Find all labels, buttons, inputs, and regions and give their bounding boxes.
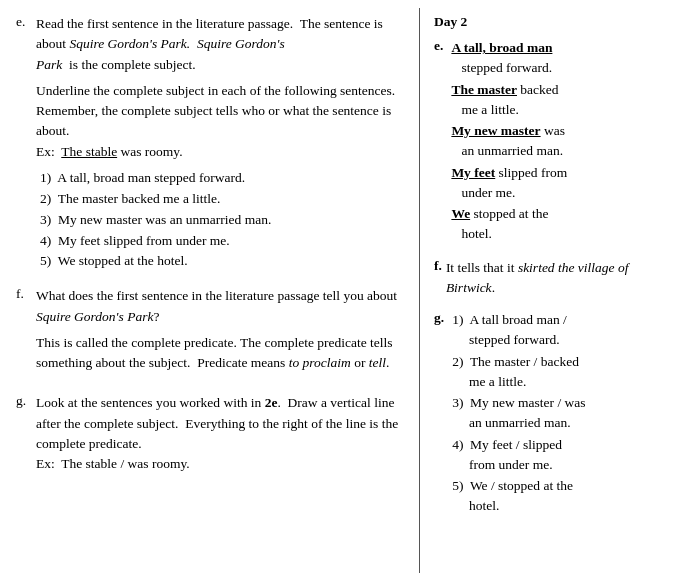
answer-underline: My new master bbox=[451, 123, 540, 138]
right-section-f: f. It tells that it skirted the village … bbox=[434, 258, 665, 299]
answer-underline: A tall, broad man bbox=[451, 40, 552, 55]
list-item: 1) A tall, broad man stepped forward. bbox=[40, 168, 407, 189]
left-column: e. Read the first sentence in the litera… bbox=[0, 8, 420, 573]
f-answer-italic: skirted the village of Birtwick bbox=[446, 260, 629, 295]
tell-italic: tell bbox=[369, 355, 386, 370]
section-e-letter: e. bbox=[16, 14, 32, 30]
list-item: 4) My feet / slipped from under me. bbox=[452, 435, 585, 476]
right-e-list: A tall, broad man stepped forward. The m… bbox=[451, 38, 567, 246]
section-e-header: e. Read the first sentence in the litera… bbox=[16, 14, 407, 272]
answer-underline: The master bbox=[451, 82, 517, 97]
day-label: Day 2 bbox=[434, 14, 665, 30]
section-g-header: g. Look at the sentences you worked with… bbox=[16, 393, 407, 480]
list-item: We stopped at the hotel. bbox=[451, 204, 567, 245]
right-g-label: g. bbox=[434, 310, 444, 326]
right-section-e: e. A tall, broad man stepped forward. Th… bbox=[434, 38, 665, 246]
list-item: 2) The master backed me a little. bbox=[40, 189, 407, 210]
section-g-body: Look at the sentences you worked with in… bbox=[36, 393, 407, 480]
right-f-answer: It tells that it skirted the village of … bbox=[446, 258, 665, 299]
section-g: g. Look at the sentences you worked with… bbox=[16, 393, 407, 480]
list-item: 4) My feet slipped from under me. bbox=[40, 231, 407, 252]
section-e-intro: Read the first sentence in the literatur… bbox=[36, 14, 407, 272]
list-item: My feet slipped from under me. bbox=[451, 163, 567, 204]
list-item: 1) A tall broad man / stepped forward. bbox=[452, 310, 585, 351]
section-g-letter: g. bbox=[16, 393, 32, 409]
list-item: 5) We / stopped at the hotel. bbox=[452, 476, 585, 517]
section-e: e. Read the first sentence in the litera… bbox=[16, 14, 407, 272]
squire-gordon-italic-f: Squire Gordon's Park bbox=[36, 309, 153, 324]
right-e-label: e. bbox=[434, 38, 443, 54]
bold-2e: 2e bbox=[265, 395, 278, 410]
answer-underline: My feet bbox=[451, 165, 495, 180]
example-underline-e: The stable bbox=[61, 144, 117, 159]
section-f: f. What does the first sentence in the l… bbox=[16, 286, 407, 379]
list-item: My new master was an unmarried man. bbox=[451, 121, 567, 162]
list-item: 5) We stopped at the hotel. bbox=[40, 251, 407, 272]
page: e. Read the first sentence in the litera… bbox=[0, 0, 675, 581]
section-f-body: What does the first sentence in the lite… bbox=[36, 286, 407, 379]
list-item: A tall, broad man stepped forward. bbox=[451, 38, 567, 79]
section-e-list: 1) A tall, broad man stepped forward. 2)… bbox=[40, 168, 407, 273]
list-item: 3) My new master was an unmarried man. bbox=[40, 210, 407, 231]
right-column: Day 2 e. A tall, broad man stepped forwa… bbox=[420, 8, 675, 573]
right-g-list: 1) A tall broad man / stepped forward. 2… bbox=[452, 310, 585, 518]
section-f-header: f. What does the first sentence in the l… bbox=[16, 286, 407, 379]
proclaim-italic: to proclaim bbox=[289, 355, 351, 370]
list-item: 3) My new master / was an unmarried man. bbox=[452, 393, 585, 434]
section-f-letter: f. bbox=[16, 286, 32, 302]
answer-underline: We bbox=[451, 206, 470, 221]
park-italic: Park bbox=[36, 57, 62, 72]
list-item: The master backed me a little. bbox=[451, 80, 567, 121]
right-f-label: f. bbox=[434, 258, 442, 274]
squire-gordon-italic-2: Squire Gordon's bbox=[197, 36, 285, 51]
squire-gordon-italic-1: Squire Gordon's Park. bbox=[69, 36, 190, 51]
list-item: 2) The master / backed me a little. bbox=[452, 352, 585, 393]
right-section-g: g. 1) A tall broad man / stepped forward… bbox=[434, 310, 665, 518]
